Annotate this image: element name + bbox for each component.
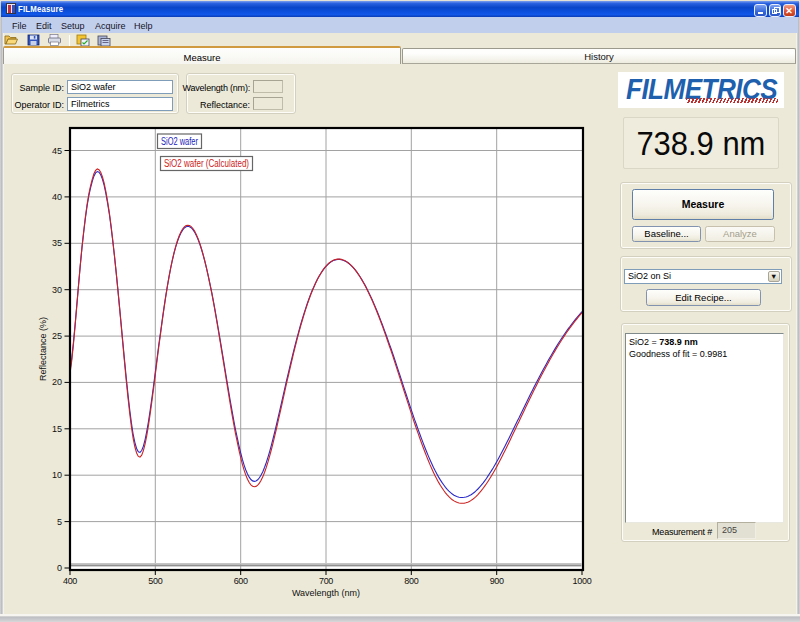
svg-text:0: 0 [57, 563, 62, 573]
svg-text:1000: 1000 [573, 576, 592, 586]
svg-text:600: 600 [234, 576, 248, 586]
svg-text:Reflectance (%): Reflectance (%) [38, 317, 48, 381]
svg-text:500: 500 [148, 576, 162, 586]
svg-text:700: 700 [319, 576, 333, 586]
svg-text:SiO2 wafer (Calculated): SiO2 wafer (Calculated) [164, 158, 249, 169]
svg-text:20: 20 [52, 377, 62, 387]
svg-text:35: 35 [52, 238, 62, 248]
svg-text:40: 40 [52, 192, 62, 202]
svg-text:400: 400 [63, 576, 77, 586]
svg-text:SiO2 wafer: SiO2 wafer [161, 136, 198, 147]
svg-text:900: 900 [490, 576, 504, 586]
svg-text:10: 10 [52, 470, 62, 480]
svg-text:5: 5 [57, 517, 62, 527]
svg-text:Wavelength (nm): Wavelength (nm) [292, 588, 360, 598]
svg-text:45: 45 [52, 146, 62, 156]
svg-text:15: 15 [52, 424, 62, 434]
svg-text:25: 25 [52, 331, 62, 341]
svg-text:800: 800 [404, 576, 418, 586]
svg-text:30: 30 [52, 285, 62, 295]
